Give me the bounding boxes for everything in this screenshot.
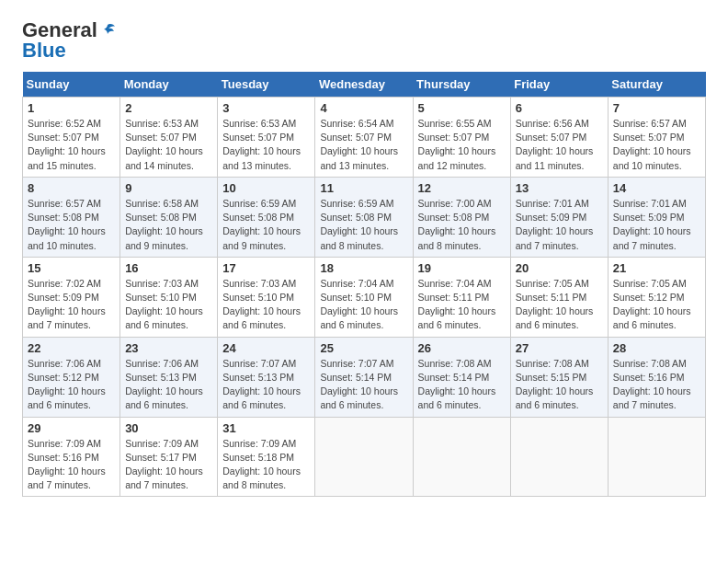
day-info: Sunrise: 6:52 AMSunset: 5:07 PMDaylight:… (28, 117, 115, 173)
day-info: Sunrise: 7:07 AMSunset: 5:13 PMDaylight:… (222, 357, 310, 413)
calendar-cell: 30Sunrise: 7:09 AMSunset: 5:17 PMDayligh… (120, 417, 218, 497)
day-info: Sunrise: 6:57 AMSunset: 5:07 PMDaylight:… (613, 117, 700, 173)
day-number: 18 (320, 261, 407, 275)
calendar-week-row: 29Sunrise: 7:09 AMSunset: 5:16 PMDayligh… (23, 417, 706, 497)
calendar-cell: 3Sunrise: 6:53 AMSunset: 5:07 PMDaylight… (218, 98, 315, 178)
day-number: 31 (222, 421, 310, 435)
day-info: Sunrise: 7:08 AMSunset: 5:14 PMDaylight:… (418, 357, 506, 413)
calendar-week-row: 8Sunrise: 6:57 AMSunset: 5:08 PMDaylight… (23, 177, 706, 257)
calendar-cell: 23Sunrise: 7:06 AMSunset: 5:13 PMDayligh… (120, 337, 218, 417)
weekday-header: Saturday (608, 72, 705, 98)
logo-bird-icon (99, 22, 116, 39)
day-info: Sunrise: 6:53 AMSunset: 5:07 PMDaylight:… (125, 117, 212, 173)
day-number: 13 (516, 181, 603, 195)
calendar-cell: 29Sunrise: 7:09 AMSunset: 5:16 PMDayligh… (23, 417, 120, 497)
calendar-cell: 2Sunrise: 6:53 AMSunset: 5:07 PMDaylight… (120, 98, 218, 178)
day-number: 6 (516, 101, 603, 115)
calendar-week-row: 15Sunrise: 7:02 AMSunset: 5:09 PMDayligh… (23, 257, 706, 337)
weekday-header: Friday (510, 72, 608, 98)
calendar-week-row: 1Sunrise: 6:52 AMSunset: 5:07 PMDaylight… (23, 98, 706, 178)
day-info: Sunrise: 7:01 AMSunset: 5:09 PMDaylight:… (613, 197, 700, 253)
day-number: 10 (222, 181, 310, 195)
calendar-cell: 6Sunrise: 6:56 AMSunset: 5:07 PMDaylight… (510, 98, 608, 178)
day-number: 14 (613, 181, 700, 195)
day-number: 27 (516, 341, 603, 355)
day-number: 15 (28, 261, 115, 275)
calendar-cell (413, 417, 510, 497)
day-number: 17 (222, 261, 310, 275)
calendar-cell: 31Sunrise: 7:09 AMSunset: 5:18 PMDayligh… (218, 417, 315, 497)
calendar-cell: 25Sunrise: 7:07 AMSunset: 5:14 PMDayligh… (315, 337, 413, 417)
day-info: Sunrise: 7:00 AMSunset: 5:08 PMDaylight:… (418, 197, 506, 253)
day-info: Sunrise: 7:04 AMSunset: 5:11 PMDaylight:… (418, 277, 506, 333)
calendar-cell: 21Sunrise: 7:05 AMSunset: 5:12 PMDayligh… (608, 257, 705, 337)
calendar-cell: 13Sunrise: 7:01 AMSunset: 5:09 PMDayligh… (510, 177, 608, 257)
day-info: Sunrise: 7:09 AMSunset: 5:17 PMDaylight:… (125, 437, 212, 493)
logo: General Blue (22, 18, 116, 63)
calendar-cell: 20Sunrise: 7:05 AMSunset: 5:11 PMDayligh… (510, 257, 608, 337)
weekday-header: Thursday (413, 72, 510, 98)
calendar-cell (510, 417, 608, 497)
calendar-cell: 12Sunrise: 7:00 AMSunset: 5:08 PMDayligh… (413, 177, 510, 257)
day-info: Sunrise: 6:56 AMSunset: 5:07 PMDaylight:… (516, 117, 603, 173)
calendar-cell: 16Sunrise: 7:03 AMSunset: 5:10 PMDayligh… (120, 257, 218, 337)
calendar-cell: 27Sunrise: 7:08 AMSunset: 5:15 PMDayligh… (510, 337, 608, 417)
calendar-cell: 9Sunrise: 6:58 AMSunset: 5:08 PMDaylight… (120, 177, 218, 257)
day-number: 9 (125, 181, 212, 195)
calendar-cell: 28Sunrise: 7:08 AMSunset: 5:16 PMDayligh… (608, 337, 705, 417)
logo-blue: Blue (22, 39, 66, 63)
weekday-header: Sunday (23, 72, 120, 98)
calendar-header-row: SundayMondayTuesdayWednesdayThursdayFrid… (23, 72, 706, 98)
calendar-cell: 5Sunrise: 6:55 AMSunset: 5:07 PMDaylight… (413, 98, 510, 178)
day-info: Sunrise: 7:05 AMSunset: 5:11 PMDaylight:… (516, 277, 603, 333)
calendar-cell: 14Sunrise: 7:01 AMSunset: 5:09 PMDayligh… (608, 177, 705, 257)
day-number: 1 (28, 101, 115, 115)
calendar-cell: 15Sunrise: 7:02 AMSunset: 5:09 PMDayligh… (23, 257, 120, 337)
calendar-cell: 1Sunrise: 6:52 AMSunset: 5:07 PMDaylight… (23, 98, 120, 178)
day-info: Sunrise: 6:59 AMSunset: 5:08 PMDaylight:… (222, 197, 310, 253)
day-info: Sunrise: 7:02 AMSunset: 5:09 PMDaylight:… (28, 277, 115, 333)
day-info: Sunrise: 7:07 AMSunset: 5:14 PMDaylight:… (320, 357, 407, 413)
calendar-cell: 22Sunrise: 7:06 AMSunset: 5:12 PMDayligh… (23, 337, 120, 417)
day-number: 26 (418, 341, 506, 355)
day-info: Sunrise: 6:53 AMSunset: 5:07 PMDaylight:… (222, 117, 310, 173)
day-info: Sunrise: 7:08 AMSunset: 5:15 PMDaylight:… (516, 357, 603, 413)
day-info: Sunrise: 7:03 AMSunset: 5:10 PMDaylight:… (222, 277, 310, 333)
day-info: Sunrise: 7:01 AMSunset: 5:09 PMDaylight:… (516, 197, 603, 253)
day-number: 12 (418, 181, 506, 195)
calendar-cell: 18Sunrise: 7:04 AMSunset: 5:10 PMDayligh… (315, 257, 413, 337)
day-number: 5 (418, 101, 506, 115)
day-number: 22 (28, 341, 115, 355)
calendar-cell: 10Sunrise: 6:59 AMSunset: 5:08 PMDayligh… (218, 177, 315, 257)
day-number: 20 (516, 261, 603, 275)
day-info: Sunrise: 7:08 AMSunset: 5:16 PMDaylight:… (613, 357, 700, 413)
day-number: 29 (28, 421, 115, 435)
calendar-cell: 11Sunrise: 6:59 AMSunset: 5:08 PMDayligh… (315, 177, 413, 257)
day-info: Sunrise: 6:58 AMSunset: 5:08 PMDaylight:… (125, 197, 212, 253)
day-info: Sunrise: 7:04 AMSunset: 5:10 PMDaylight:… (320, 277, 407, 333)
calendar-cell (608, 417, 705, 497)
day-info: Sunrise: 7:05 AMSunset: 5:12 PMDaylight:… (613, 277, 700, 333)
calendar-cell: 8Sunrise: 6:57 AMSunset: 5:08 PMDaylight… (23, 177, 120, 257)
day-info: Sunrise: 7:09 AMSunset: 5:16 PMDaylight:… (28, 437, 115, 493)
day-number: 11 (320, 181, 407, 195)
day-info: Sunrise: 6:54 AMSunset: 5:07 PMDaylight:… (320, 117, 407, 173)
day-info: Sunrise: 7:03 AMSunset: 5:10 PMDaylight:… (125, 277, 212, 333)
calendar-body: 1Sunrise: 6:52 AMSunset: 5:07 PMDaylight… (23, 98, 706, 497)
day-info: Sunrise: 6:57 AMSunset: 5:08 PMDaylight:… (28, 197, 115, 253)
day-info: Sunrise: 7:06 AMSunset: 5:13 PMDaylight:… (125, 357, 212, 413)
header: General Blue (22, 18, 706, 63)
calendar-table: SundayMondayTuesdayWednesdayThursdayFrid… (22, 72, 706, 497)
day-info: Sunrise: 7:06 AMSunset: 5:12 PMDaylight:… (28, 357, 115, 413)
calendar-cell: 26Sunrise: 7:08 AMSunset: 5:14 PMDayligh… (413, 337, 510, 417)
calendar-cell: 17Sunrise: 7:03 AMSunset: 5:10 PMDayligh… (218, 257, 315, 337)
day-info: Sunrise: 6:55 AMSunset: 5:07 PMDaylight:… (418, 117, 506, 173)
day-number: 4 (320, 101, 407, 115)
day-number: 30 (125, 421, 212, 435)
calendar-cell: 7Sunrise: 6:57 AMSunset: 5:07 PMDaylight… (608, 98, 705, 178)
day-number: 23 (125, 341, 212, 355)
day-info: Sunrise: 6:59 AMSunset: 5:08 PMDaylight:… (320, 197, 407, 253)
day-number: 3 (222, 101, 310, 115)
weekday-header: Tuesday (218, 72, 315, 98)
day-number: 21 (613, 261, 700, 275)
